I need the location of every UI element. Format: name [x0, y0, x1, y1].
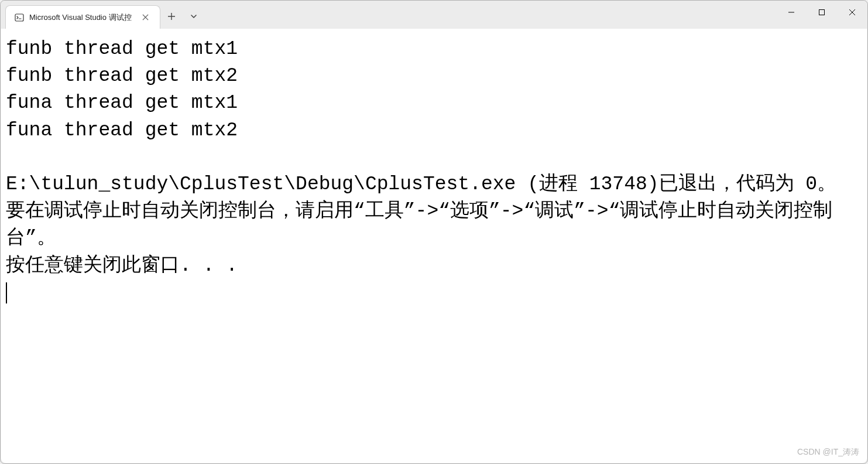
new-tab-button[interactable] [160, 5, 183, 28]
tab-strip: Microsoft Visual Studio 调试控 [1, 1, 160, 29]
close-button[interactable] [837, 1, 867, 24]
tab-close-button[interactable] [140, 12, 152, 23]
maximize-button[interactable] [807, 1, 837, 24]
svg-rect-0 [15, 14, 23, 21]
terminal-content[interactable]: funb thread get mtx1 funb thread get mtx… [1, 29, 867, 463]
watermark: CSDN @IT_涛涛 [797, 447, 859, 458]
terminal-icon [14, 12, 25, 23]
window-controls [776, 1, 867, 24]
minimize-button[interactable] [776, 1, 807, 24]
text-cursor [6, 282, 7, 303]
tab-title: Microsoft Visual Studio 调试控 [29, 12, 132, 23]
tab-active[interactable]: Microsoft Visual Studio 调试控 [5, 5, 160, 29]
titlebar: Microsoft Visual Studio 调试控 [1, 1, 867, 29]
svg-rect-7 [819, 10, 825, 15]
tab-dropdown-button[interactable] [183, 5, 205, 28]
console-output: funb thread get mtx1 funb thread get mtx… [6, 36, 862, 306]
tab-actions [160, 1, 205, 29]
